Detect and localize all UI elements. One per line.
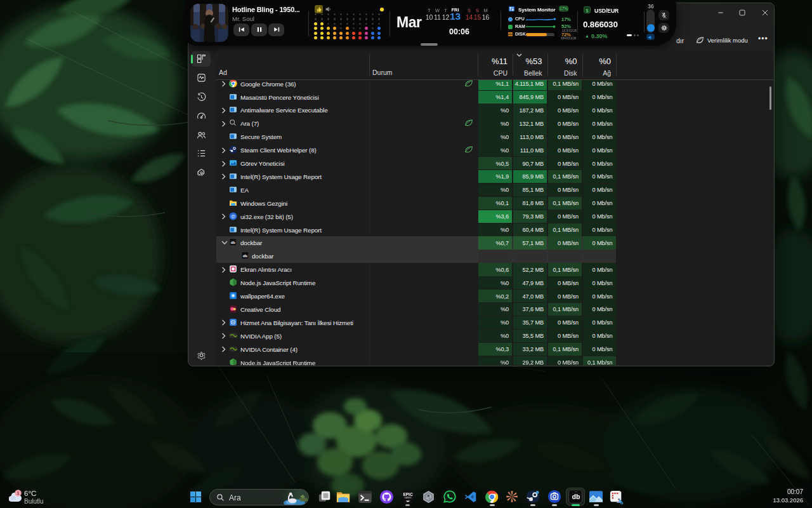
svg-text:EPIC: EPIC: [403, 492, 412, 497]
svg-text:GAMES: GAMES: [405, 497, 412, 499]
